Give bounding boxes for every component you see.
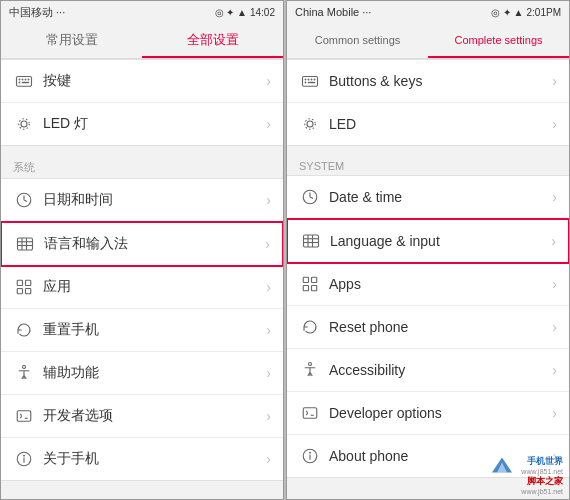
left-about-icon [13, 448, 35, 470]
right-keyboard-grid-icon [300, 230, 322, 252]
left-item-developer[interactable]: 开发者选项 › [1, 395, 283, 438]
svg-line-48 [306, 411, 308, 413]
watermark-line4: www.jb51.net [487, 488, 563, 495]
right-item-reset[interactable]: Reset phone › [287, 306, 569, 349]
left-item-language[interactable]: 语言和输入法 › [1, 221, 283, 267]
left-item-apps[interactable]: 应用 › [1, 266, 283, 309]
left-datetime-arrow: › [266, 192, 271, 208]
right-item-language[interactable]: Language & input › [287, 218, 569, 264]
svg-line-21 [20, 414, 22, 416]
svg-rect-27 [303, 77, 318, 87]
left-about-label: 关于手机 [43, 450, 266, 468]
right-buttons-label: Buttons & keys [329, 73, 552, 89]
right-developer-icon [299, 402, 321, 424]
left-buttons-label: 按键 [43, 72, 266, 90]
left-led-icon [13, 113, 35, 135]
left-item-accessibility[interactable]: 辅助功能 › [1, 352, 283, 395]
svg-rect-43 [312, 277, 317, 282]
left-item-about[interactable]: 关于手机 › [1, 438, 283, 480]
left-apps-arrow: › [266, 279, 271, 295]
right-item-led[interactable]: LED › [287, 103, 569, 145]
svg-rect-16 [26, 280, 31, 285]
left-led-arrow: › [266, 116, 271, 132]
watermark-logo-icon [487, 455, 517, 475]
right-item-datetime[interactable]: Date & time › [287, 176, 569, 219]
right-accessibility-icon [299, 359, 321, 381]
right-accessibility-arrow: › [552, 362, 557, 378]
right-about-icon [299, 445, 321, 467]
right-datetime-label: Date & time [329, 189, 552, 205]
left-signal-icons: ◎ ✦ ▲ [215, 7, 247, 18]
left-item-led[interactable]: LED 灯 › [1, 103, 283, 145]
left-language-label: 语言和输入法 [44, 235, 265, 253]
right-item-accessibility[interactable]: Accessibility › [287, 349, 569, 392]
watermark: 手机世界 www.j851.net 脚本之家 www.jb51.net [487, 455, 563, 495]
right-item-apps[interactable]: Apps › [287, 263, 569, 306]
left-tab-common[interactable]: 常用设置 [1, 23, 142, 58]
svg-rect-45 [312, 286, 317, 291]
left-status-bar: 中国移动 ··· ◎ ✦ ▲ 14:02 [1, 1, 283, 23]
right-tab-all[interactable]: Complete settings [428, 23, 569, 58]
right-status-icons: ◎ ✦ ▲ 2:01PM [491, 7, 561, 18]
left-apps-label: 应用 [43, 278, 266, 296]
left-status-icons: ◎ ✦ ▲ 14:02 [215, 7, 276, 18]
left-carrier: 中国移动 ··· [9, 5, 65, 20]
left-nav-bar: 常用设置 全部设置 [1, 23, 283, 59]
left-system-group: 日期和时间 › 语言和输入法 › [1, 178, 283, 481]
right-keyboard-icon [299, 70, 321, 92]
left-accessibility-arrow: › [266, 365, 271, 381]
left-accessibility-icon [13, 362, 35, 384]
left-reset-icon [13, 319, 35, 341]
right-developer-label: Developer options [329, 405, 552, 421]
left-reset-arrow: › [266, 322, 271, 338]
right-status-bar: China Mobile ··· ◎ ✦ ▲ 2:01PM [287, 1, 569, 23]
right-system-group: Date & time › Language & input › [287, 175, 569, 478]
left-item-reset[interactable]: 重置手机 › [1, 309, 283, 352]
right-settings-list: Buttons & keys › LED › SYSTEM [287, 59, 569, 499]
right-tab-common[interactable]: Common settings [287, 23, 428, 58]
left-led-label: LED 灯 [43, 115, 266, 133]
right-reset-icon [299, 316, 321, 338]
right-language-label: Language & input [330, 233, 551, 249]
svg-point-35 [305, 119, 316, 130]
right-item-developer[interactable]: Developer options › [287, 392, 569, 435]
right-led-arrow: › [552, 116, 557, 132]
right-item-buttons[interactable]: Buttons & keys › [287, 60, 569, 103]
right-led-label: LED [329, 116, 552, 132]
right-clock-icon [299, 186, 321, 208]
svg-rect-18 [26, 289, 31, 294]
right-system-header: SYSTEM [287, 154, 569, 175]
right-phone-panel: China Mobile ··· ◎ ✦ ▲ 2:01PM Common set… [286, 0, 570, 500]
watermark-line1: 手机世界 [521, 455, 563, 468]
left-about-arrow: › [266, 451, 271, 467]
svg-point-19 [23, 366, 26, 369]
svg-rect-47 [303, 408, 317, 419]
right-language-arrow: › [551, 233, 556, 249]
left-reset-label: 重置手机 [43, 321, 266, 339]
left-keyboard-icon [13, 70, 35, 92]
right-led-icon [299, 113, 321, 135]
svg-rect-10 [18, 238, 33, 250]
right-reset-label: Reset phone [329, 319, 552, 335]
right-accessibility-label: Accessibility [329, 362, 552, 378]
left-item-datetime[interactable]: 日期和时间 › [1, 179, 283, 222]
svg-point-53 [310, 452, 311, 453]
left-top-group: 按键 › LED 灯 › [1, 59, 283, 146]
left-settings-list: 按键 › LED 灯 › 系统 [1, 59, 283, 499]
svg-point-26 [24, 455, 25, 456]
left-developer-arrow: › [266, 408, 271, 424]
watermark-line2: www.j851.net [521, 468, 563, 475]
right-apps-icon [299, 273, 321, 295]
right-datetime-arrow: › [552, 189, 557, 205]
svg-rect-44 [303, 286, 308, 291]
left-tab-all[interactable]: 全部设置 [142, 23, 283, 58]
left-item-buttons[interactable]: 按键 › [1, 60, 283, 103]
svg-line-22 [20, 416, 22, 418]
left-time: 14:02 [250, 7, 275, 18]
left-language-arrow: › [265, 236, 270, 252]
watermark-line3: 脚本之家 [487, 475, 563, 488]
right-developer-arrow: › [552, 405, 557, 421]
svg-rect-42 [303, 277, 308, 282]
left-phone-panel: 中国移动 ··· ◎ ✦ ▲ 14:02 常用设置 全部设置 [0, 0, 284, 500]
right-top-group: Buttons & keys › LED › [287, 59, 569, 146]
